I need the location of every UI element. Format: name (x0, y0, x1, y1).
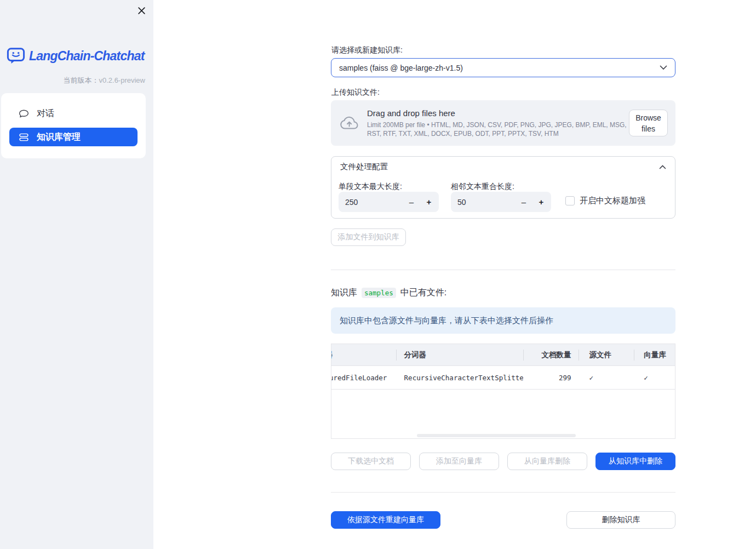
close-icon (137, 6, 146, 15)
cell-vector-store-check: ✓ (634, 366, 675, 389)
browse-files-button[interactable]: Browse files (629, 110, 668, 136)
kb-select[interactable]: samples (faiss @ bge-large-zh-v1.5) (331, 58, 675, 77)
chat-smiley-logo-icon (7, 47, 25, 65)
cell-doc-count: 299 (523, 366, 579, 389)
overlap-size-value: 50 (457, 198, 515, 207)
zh-title-checkbox-label: 开启中文标题加强 (580, 196, 645, 206)
sidebar-item-label: 对话 (37, 108, 54, 119)
cell-source-file-check: ✓ (579, 366, 634, 389)
table-horizontal-scrollbar[interactable] (417, 434, 576, 437)
divider (331, 270, 675, 270)
info-alert-text: 知识库中包含源文件与向量库，请从下表中选择文件后操作 (340, 316, 553, 326)
dropzone-texts: Drag and drop files here Limit 200MB per… (367, 108, 629, 138)
sidebar-item-knowledge-base[interactable]: 知识库管理 (9, 128, 138, 146)
dropzone-title: Drag and drop files here (367, 108, 629, 118)
existing-files-heading: 知识库 samples 中已有文件: (331, 287, 446, 299)
sidebar-item-dialogue[interactable]: 对话 (9, 104, 138, 123)
checkbox-unchecked-icon[interactable] (565, 196, 575, 205)
divider (331, 492, 675, 493)
expander-title: 文件处理配置 (340, 162, 659, 172)
info-alert: 知识库中包含源文件与向量库，请从下表中选择文件后操作 (331, 307, 675, 334)
add-files-to-kb-button[interactable]: 添加文件到知识库 (331, 228, 406, 246)
download-selected-button[interactable]: 下载选中文档 (331, 453, 411, 470)
file-config-expander: 文件处理配置 单段文本最大长度: 250 – + 相邻文本重合长度: 50 – … (331, 156, 675, 219)
heading-prefix: 知识库 (331, 287, 357, 299)
file-dropzone[interactable]: Drag and drop files here Limit 200MB per… (331, 100, 675, 146)
delete-kb-button[interactable]: 删除知识库 (566, 511, 675, 529)
app-logo: LangChain-Chatchat (7, 47, 147, 65)
kb-name-code: samples (362, 288, 396, 298)
column-header-vector-store[interactable]: 向量库 (634, 344, 675, 365)
chat-bubble-icon (18, 108, 30, 119)
step-up-button[interactable]: + (532, 192, 550, 212)
table-row[interactable]: uredFileLoader RecursiveCharacterTextSpl… (331, 366, 675, 390)
cell-loader: uredFileLoader (331, 366, 396, 389)
expander-header[interactable]: 文件处理配置 (331, 157, 675, 177)
kb-select-label: 请选择或新建知识库: (331, 45, 403, 55)
chevron-down-icon (660, 65, 667, 70)
sidebar-nav: 对话 知识库管理 (1, 93, 146, 158)
overlap-size-input[interactable]: 50 – + (451, 192, 551, 212)
chunk-size-label: 单段文本最大长度: (339, 182, 402, 192)
delete-from-kb-button[interactable]: 从知识库中删除 (595, 453, 675, 470)
rebuild-vector-store-button[interactable]: 依据源文件重建向量库 (331, 511, 440, 529)
column-header-doc-count[interactable]: 文档数量 (523, 344, 579, 365)
sidebar: LangChain-Chatchat 当前版本：v0.2.6-preview 对… (0, 0, 153, 549)
column-header-loader[interactable]: 器 (331, 344, 396, 365)
cloud-upload-icon (340, 116, 358, 130)
dropzone-hint: Limit 200MB per file • HTML, MD, JSON, C… (367, 121, 629, 138)
step-up-button[interactable]: + (420, 192, 438, 212)
database-icon (18, 131, 30, 143)
kb-select-value: samples (faiss @ bge-large-zh-v1.5) (339, 64, 660, 72)
chunk-size-input[interactable]: 250 – + (339, 192, 439, 212)
sidebar-item-label: 知识库管理 (37, 131, 81, 143)
zh-title-checkbox-row[interactable]: 开启中文标题加强 (565, 196, 645, 206)
column-header-source-file[interactable]: 源文件 (579, 344, 634, 365)
sidebar-close-button[interactable] (135, 4, 148, 17)
heading-suffix: 中已有文件: (400, 287, 446, 299)
version-label: 当前版本： (63, 76, 99, 84)
column-header-splitter[interactable]: 分词器 (396, 344, 523, 365)
cell-splitter: RecursiveCharacterTextSplitter (396, 366, 523, 389)
add-to-vector-store-button[interactable]: 添加至向量库 (419, 453, 499, 470)
table-header-row: 器 分词器 文档数量 源文件 向量库 (331, 344, 675, 366)
version-value: v0.2.6-preview (99, 76, 145, 84)
chunk-size-value: 250 (345, 198, 403, 207)
upload-label: 上传知识文件: (331, 88, 380, 98)
delete-from-vector-store-button[interactable]: 从向量库删除 (507, 453, 587, 470)
step-down-button[interactable]: – (403, 192, 420, 212)
app-title: LangChain-Chatchat (29, 49, 145, 64)
main-content: 请选择或新建知识库: samples (faiss @ bge-large-zh… (331, 0, 675, 549)
files-dataframe: 器 分词器 文档数量 源文件 向量库 uredFileLoader Recurs… (331, 344, 675, 439)
overlap-size-label: 相邻文本重合长度: (451, 182, 514, 192)
step-down-button[interactable]: – (515, 192, 532, 212)
version-text: 当前版本：v0.2.6-preview (63, 76, 145, 85)
chevron-up-icon (659, 165, 666, 169)
